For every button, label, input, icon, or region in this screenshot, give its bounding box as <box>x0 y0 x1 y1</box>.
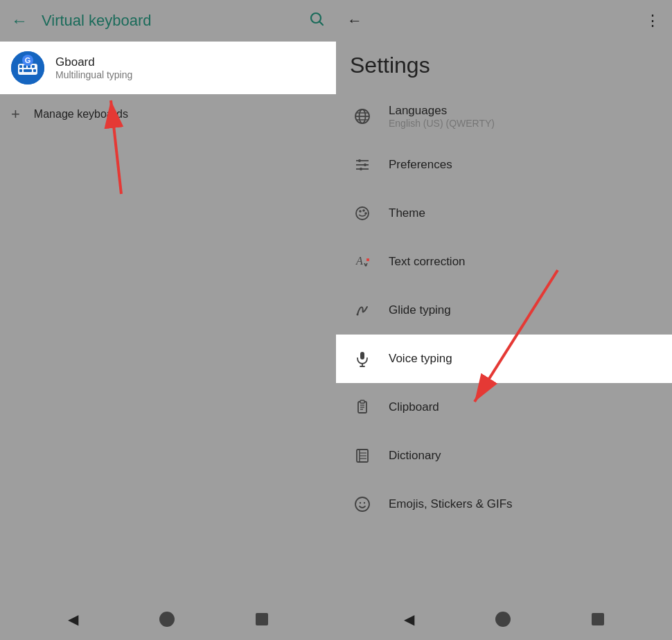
svg-line-1 <box>320 22 324 26</box>
svg-point-29 <box>364 212 367 215</box>
svg-rect-7 <box>32 65 35 68</box>
svg-rect-32 <box>360 352 364 359</box>
theme-text: Theme <box>389 206 425 220</box>
svg-rect-10 <box>33 69 36 72</box>
mic-icon <box>350 346 375 371</box>
gboard-item[interactable]: G Gboard Multilingual typing <box>0 42 336 94</box>
search-icon[interactable] <box>308 10 325 31</box>
gboard-info: Gboard Multilingual typing <box>55 55 132 80</box>
emojis-label: Emojis, Stickers & GIFs <box>389 497 513 511</box>
gboard-name: Gboard <box>55 55 132 69</box>
languages-text: Languages English (US) (QWERTY) <box>389 104 495 129</box>
svg-rect-24 <box>364 163 366 166</box>
svg-point-28 <box>362 209 365 212</box>
palette-icon <box>350 201 375 226</box>
left-bottom-nav: ◀ <box>0 598 336 640</box>
svg-rect-8 <box>19 69 22 72</box>
manage-keyboards-label: Manage keyboards <box>34 108 128 121</box>
languages-sub: English (US) (QWERTY) <box>389 118 495 129</box>
settings-item-preferences[interactable]: Preferences <box>336 141 672 189</box>
voice-typing-text: Voice typing <box>389 352 452 366</box>
svg-point-27 <box>359 210 362 213</box>
right-nav-home[interactable] <box>495 612 511 627</box>
left-nav-home[interactable] <box>159 612 175 627</box>
left-nav-recent[interactable] <box>256 613 268 625</box>
gboard-subtitle: Multilingual typing <box>55 69 132 80</box>
globe-icon <box>350 104 375 129</box>
theme-label: Theme <box>389 206 425 220</box>
settings-list: Languages English (US) (QWERTY) Preferen… <box>336 92 672 598</box>
text-correction-label: Text correction <box>389 255 466 269</box>
right-bottom-nav: ◀ <box>336 598 672 640</box>
manage-keyboards-item[interactable]: + Manage keyboards <box>0 94 336 134</box>
clipboard-label: Clipboard <box>389 400 439 414</box>
svg-rect-4 <box>19 65 22 68</box>
gboard-avatar: G <box>11 51 44 85</box>
sliders-icon <box>350 152 375 177</box>
dictionary-text: Dictionary <box>389 449 441 463</box>
dictionary-icon <box>350 443 375 468</box>
languages-label: Languages <box>389 104 495 118</box>
right-header: ← ⋮ <box>336 0 672 42</box>
svg-point-47 <box>364 502 365 504</box>
settings-item-dictionary[interactable]: Dictionary <box>336 432 672 480</box>
settings-item-voice-typing[interactable]: Voice typing <box>336 335 672 383</box>
svg-rect-23 <box>358 159 361 162</box>
svg-point-31 <box>357 314 359 316</box>
svg-rect-36 <box>360 400 364 403</box>
right-nav-back[interactable]: ◀ <box>404 611 414 628</box>
emoji-icon <box>350 492 375 517</box>
plus-icon: + <box>11 105 20 123</box>
left-title: Virtual keyboard <box>42 12 308 30</box>
left-nav-back[interactable]: ◀ <box>68 611 78 628</box>
clipboard-text: Clipboard <box>389 400 439 414</box>
glide-icon <box>350 298 375 323</box>
settings-item-clipboard[interactable]: Clipboard <box>336 383 672 432</box>
voice-typing-label: Voice typing <box>389 352 452 366</box>
glide-typing-label: Glide typing <box>389 303 451 317</box>
left-back-button[interactable]: ← <box>11 11 28 30</box>
svg-text:G: G <box>25 56 31 64</box>
svg-point-46 <box>360 502 361 504</box>
right-panel: ← ⋮ Settings Languages English (US) (QWE… <box>336 0 672 640</box>
text-correction-text: Text correction <box>389 255 466 269</box>
settings-item-languages[interactable]: Languages English (US) (QWERTY) <box>336 92 672 141</box>
svg-point-45 <box>355 497 369 511</box>
dictionary-label: Dictionary <box>389 449 441 463</box>
settings-item-glide-typing[interactable]: Glide typing <box>336 286 672 335</box>
settings-title: Settings <box>336 42 672 92</box>
svg-text:A: A <box>355 255 363 267</box>
right-back-button[interactable]: ← <box>347 12 362 30</box>
settings-item-theme[interactable]: Theme <box>336 189 672 238</box>
svg-rect-9 <box>24 69 32 72</box>
more-options-icon[interactable]: ⋮ <box>645 12 661 30</box>
svg-rect-25 <box>360 168 362 170</box>
left-header: ← Virtual keyboard <box>0 0 336 42</box>
preferences-text: Preferences <box>389 158 452 172</box>
settings-item-text-correction[interactable]: A Text correction <box>336 238 672 286</box>
glide-typing-text: Glide typing <box>389 303 451 317</box>
clipboard-icon <box>350 395 375 420</box>
text-correction-icon: A <box>350 249 375 274</box>
emojis-text: Emojis, Stickers & GIFs <box>389 497 513 511</box>
right-nav-recent[interactable] <box>592 613 604 625</box>
settings-item-emojis[interactable]: Emojis, Stickers & GIFs <box>336 480 672 528</box>
svg-rect-5 <box>24 65 26 68</box>
preferences-label: Preferences <box>389 158 452 172</box>
